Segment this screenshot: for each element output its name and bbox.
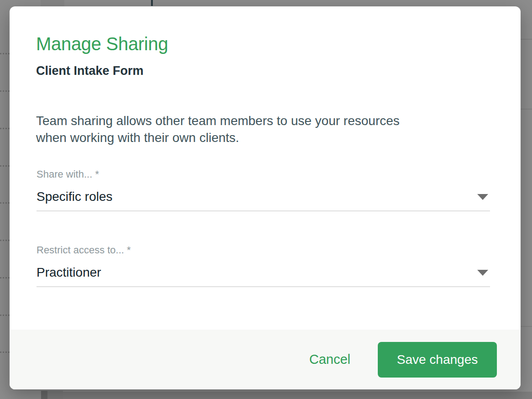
backdrop-dotted-line — [0, 53, 10, 54]
backdrop-dotted-line — [0, 165, 10, 167]
backdrop-row-line — [521, 39, 532, 40]
cancel-button[interactable]: Cancel — [309, 352, 350, 367]
restrict-access-label: Restrict access to... * — [37, 244, 490, 257]
team-sharing-description: Team sharing allows other team members t… — [36, 112, 483, 146]
backdrop-dotted-line — [0, 202, 10, 204]
backdrop-dotted-line — [0, 315, 10, 316]
share-with-select[interactable]: Share with... * Specific roles — [37, 168, 490, 211]
dialog-footer: Cancel Save changes — [10, 330, 521, 389]
backdrop-row-line — [521, 109, 532, 110]
resource-name: Client Intake Form — [36, 63, 144, 79]
chevron-down-icon — [477, 194, 488, 200]
share-with-label: Share with... * — [37, 168, 490, 181]
backdrop-page-fragment — [63, 392, 532, 399]
manage-sharing-dialog: Manage Sharing Client Intake Form Team s… — [10, 6, 521, 389]
restrict-access-select[interactable]: Restrict access to... * Practitioner — [37, 244, 490, 287]
description-line: when working with their own clients. — [36, 129, 483, 146]
backdrop-dotted-line — [0, 352, 10, 353]
description-line: Team sharing allows other team members t… — [36, 112, 483, 129]
share-with-value: Specific roles — [37, 189, 113, 205]
backdrop-dotted-line — [0, 240, 10, 241]
backdrop-dotted-line — [0, 277, 10, 278]
backdrop-page-fragment — [47, 391, 63, 399]
chevron-down-icon — [477, 270, 488, 276]
dialog-title: Manage Sharing — [36, 33, 168, 55]
backdrop-page-fragment — [151, 0, 153, 6]
backdrop-row-line — [521, 326, 532, 327]
backdrop-dotted-line — [0, 128, 10, 129]
backdrop-page-fragment — [41, 0, 64, 6]
backdrop-dotted-line — [0, 90, 10, 92]
restrict-access-value: Practitioner — [37, 264, 101, 281]
save-changes-button[interactable]: Save changes — [378, 342, 497, 378]
backdrop-page-fragment — [41, 391, 47, 399]
